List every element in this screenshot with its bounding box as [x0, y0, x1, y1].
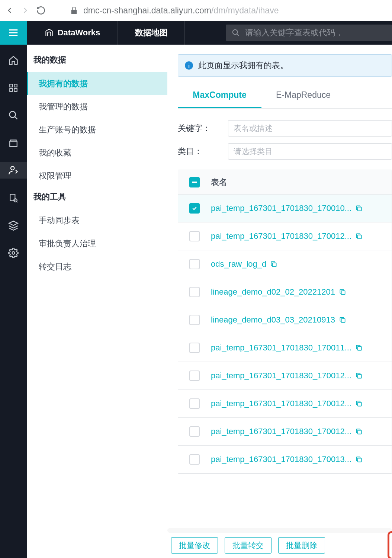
left-rail: [0, 45, 27, 558]
rail-audit-icon[interactable]: [0, 190, 27, 206]
menu-item[interactable]: 我的收藏: [27, 141, 167, 164]
table-row: ods_raw_log_d: [178, 250, 392, 278]
copy-icon[interactable]: [355, 344, 363, 352]
table-row: pai_temp_167301_1701830_170012...: [178, 390, 392, 418]
svg-rect-25: [358, 375, 362, 378]
row-checkbox[interactable]: [189, 315, 200, 325]
copy-icon[interactable]: [355, 205, 363, 212]
table-name-link[interactable]: pai_temp_167301_1701830_170012...: [211, 427, 351, 436]
row-checkbox[interactable]: [189, 426, 200, 437]
rail-layers-icon[interactable]: [0, 217, 27, 234]
table-row: lineage_demo_d03_03_20210913: [178, 306, 392, 334]
svg-point-17: [12, 252, 15, 254]
copy-icon[interactable]: [355, 232, 363, 240]
svg-point-3: [233, 30, 238, 35]
table-row: pai_temp_167301_1701830_170012...: [178, 222, 392, 250]
svg-rect-22: [341, 291, 345, 295]
brand-logo[interactable]: DataWorks: [27, 21, 118, 45]
row-checkbox[interactable]: [189, 287, 200, 297]
copy-icon[interactable]: [339, 316, 346, 324]
info-icon: i: [185, 61, 193, 70]
svg-rect-18: [192, 182, 197, 183]
browser-back-button[interactable]: [4, 5, 15, 16]
search-icon: [232, 29, 240, 37]
row-checkbox[interactable]: [189, 454, 200, 465]
table-name-link[interactable]: pai_temp_167301_1701830_170013...: [211, 455, 351, 464]
table-name-link[interactable]: ods_raw_log_d: [211, 259, 266, 269]
copy-icon[interactable]: [270, 260, 277, 268]
copy-icon[interactable]: [339, 288, 346, 296]
menu-item[interactable]: 转交日志: [27, 255, 167, 278]
side-menu: 我的数据 我拥有的数据我管理的数据生产账号的数据我的收藏权限管理 我的工具 手动…: [27, 45, 167, 558]
tab[interactable]: MaxCompute: [178, 83, 261, 108]
keyword-label: 关键字：: [178, 123, 228, 134]
menu-item[interactable]: 我管理的数据: [27, 95, 167, 118]
table-name-link[interactable]: pai_temp_167301_1701830_170010...: [211, 203, 351, 213]
filter-section: 关键字： 类目：: [178, 117, 392, 163]
rail-settings-icon[interactable]: [0, 245, 27, 261]
content-area: i 此页面显示我拥有的表。 MaxComputeE-MapReduce 关键字：…: [167, 45, 392, 558]
batch-button[interactable]: 批量删除: [278, 537, 325, 554]
svg-rect-21: [273, 263, 276, 267]
svg-rect-19: [358, 207, 362, 211]
svg-rect-26: [358, 403, 362, 406]
copy-icon[interactable]: [355, 456, 363, 463]
browser-bar: dmc-cn-shanghai.data.aliyun.com/dm/mydat…: [0, 0, 392, 21]
row-checkbox[interactable]: [189, 343, 200, 353]
keyword-input[interactable]: [228, 120, 392, 137]
browser-url-host: dmc-cn-shanghai.data.aliyun.com/dm/mydat…: [83, 6, 279, 16]
browser-refresh-button[interactable]: [36, 5, 46, 16]
table-row: pai_temp_167301_1701830_170012...: [178, 418, 392, 446]
svg-marker-16: [9, 221, 17, 225]
table-header: 表名: [178, 170, 392, 195]
menu-section-tools: 我的工具: [27, 191, 167, 209]
copy-icon[interactable]: [355, 400, 363, 407]
svg-point-9: [10, 112, 16, 118]
brand-icon: [44, 28, 54, 38]
batch-button[interactable]: 批量转交: [225, 537, 271, 554]
batch-button[interactable]: 批量修改: [171, 537, 218, 554]
row-checkbox[interactable]: [189, 203, 200, 214]
menu-item[interactable]: 我拥有的数据: [27, 72, 167, 95]
table-name-link[interactable]: pai_temp_167301_1701830_170012...: [211, 371, 351, 381]
menu-item[interactable]: 生产账号的数据: [27, 118, 167, 141]
table-name-link[interactable]: pai_temp_167301_1701830_170011...: [211, 343, 351, 353]
menu-item[interactable]: 审批负责人治理: [27, 232, 167, 255]
svg-rect-8: [14, 89, 17, 92]
rail-archive-icon[interactable]: [0, 135, 27, 151]
row-checkbox[interactable]: [189, 398, 200, 409]
rail-grid-icon[interactable]: [0, 80, 27, 96]
row-checkbox[interactable]: [189, 259, 200, 269]
svg-rect-5: [10, 84, 13, 87]
rail-home-icon[interactable]: [0, 52, 27, 68]
table-row: pai_temp_167301_1701830_170012...: [178, 362, 392, 390]
copy-icon[interactable]: [355, 372, 363, 379]
copy-icon[interactable]: [355, 428, 363, 435]
svg-line-4: [237, 34, 239, 36]
category-label: 类目：: [178, 146, 228, 157]
table-name-link[interactable]: lineage_demo_d02_02_20221201: [211, 287, 335, 297]
svg-line-10: [15, 117, 17, 119]
category-select[interactable]: [228, 143, 392, 160]
rail-search-icon[interactable]: [0, 107, 27, 124]
global-search[interactable]: 请输入关键字查表或代码，: [226, 25, 392, 41]
hamburger-menu-button[interactable]: [0, 21, 27, 45]
svg-rect-24: [358, 347, 362, 350]
select-all-checkbox[interactable]: [189, 177, 200, 187]
rail-user-icon[interactable]: [0, 162, 27, 179]
nav-title[interactable]: 数据地图: [118, 21, 185, 45]
row-checkbox[interactable]: [189, 371, 200, 381]
tab[interactable]: E-MapReduce: [261, 83, 345, 108]
svg-point-12: [11, 167, 14, 170]
browser-url-bar[interactable]: dmc-cn-shanghai.data.aliyun.com/dm/mydat…: [70, 6, 388, 16]
menu-item[interactable]: 手动同步表: [27, 209, 167, 232]
table-name-link[interactable]: pai_temp_167301_1701830_170012...: [211, 399, 351, 408]
menu-item[interactable]: 权限管理: [27, 164, 167, 187]
browser-forward-button[interactable]: [20, 5, 30, 16]
row-checkbox[interactable]: [189, 231, 200, 241]
table-name-link[interactable]: lineage_demo_d03_03_20210913: [211, 315, 335, 325]
table-name-link[interactable]: pai_temp_167301_1701830_170012...: [211, 231, 351, 241]
table-row: pai_temp_167301_1701830_170011...: [178, 334, 392, 362]
app-header: DataWorks 数据地图 请输入关键字查表或代码，: [0, 21, 392, 45]
table-row: lineage_demo_d02_02_20221201: [178, 278, 392, 306]
